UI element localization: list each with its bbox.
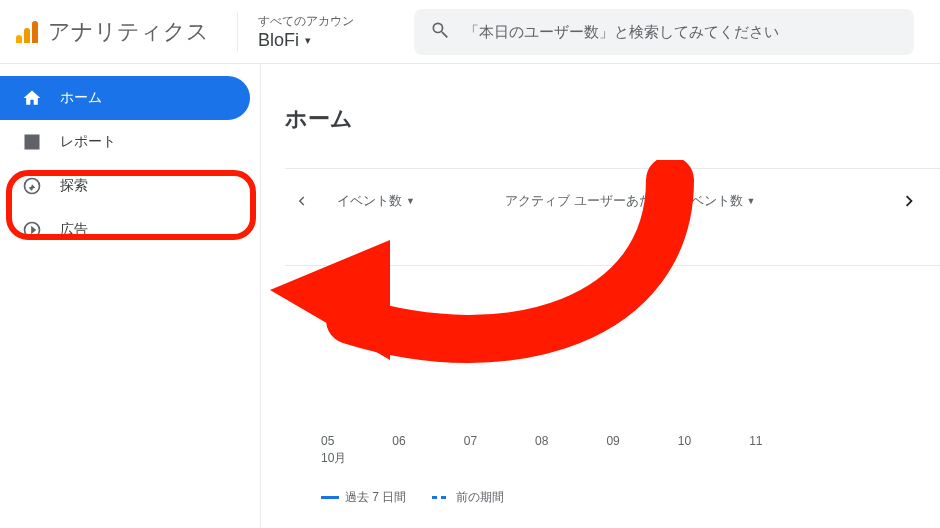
sidebar-item-label: 探索 (60, 177, 88, 195)
search-input[interactable] (464, 23, 898, 40)
carousel-next[interactable] (894, 190, 926, 212)
metric-events[interactable]: イベント数 ▼ (337, 192, 415, 210)
sidebar-item-ads[interactable]: 広告 (0, 208, 250, 252)
axis-tick: 07 (464, 434, 477, 448)
axis-tick: 05 (321, 434, 334, 448)
legend-previous: 前の期間 (432, 489, 504, 506)
axis-tick: 06 (392, 434, 405, 448)
dropdown-icon: ▼ (747, 196, 756, 206)
sidebar-item-explore[interactable]: 探索 (0, 164, 250, 208)
legend-current: 過去 7 日間 (321, 489, 406, 506)
dropdown-icon: ▼ (406, 196, 415, 206)
chart-legend: 過去 7 日間 前の期間 (285, 489, 940, 506)
overview-card: イベント数 ▼ アクティブ ユーザーあたりのイベント数 ▼ 05 06 07 0… (285, 168, 940, 506)
product-name: アナリティクス (48, 17, 209, 47)
carousel-prev[interactable] (285, 192, 317, 210)
search-icon (430, 20, 450, 44)
axis-tick: 09 (606, 434, 619, 448)
chevron-left-icon (292, 192, 310, 210)
bar-chart-icon (22, 132, 42, 152)
sidebar-item-label: 広告 (60, 221, 88, 239)
sidebar-item-reports[interactable]: レポート (0, 120, 250, 164)
sidebar-item-label: レポート (60, 133, 116, 151)
sidebar-item-home[interactable]: ホーム (0, 76, 250, 120)
app-header: アナリティクス すべてのアカウン BloFi ▾ (0, 0, 940, 64)
chevron-right-icon (899, 190, 921, 212)
property-name: BloFi (258, 30, 299, 51)
page-title: ホーム (261, 104, 940, 134)
chevron-down-icon: ▾ (305, 34, 311, 47)
legend-swatch-dashed (432, 496, 450, 499)
axis-tick: 10 (678, 434, 691, 448)
product-logo[interactable]: アナリティクス (16, 17, 209, 47)
analytics-logo-icon (16, 21, 38, 43)
property-selector[interactable]: すべてのアカウン BloFi ▾ (237, 12, 354, 52)
x-axis-ticks: 05 06 07 08 09 10 11 (285, 434, 940, 448)
sidebar: ホーム レポート 探索 広告 (0, 64, 260, 528)
main-content: ホーム イベント数 ▼ アクティブ ユーザーあたりのイベント数 ▼ (260, 64, 940, 528)
ads-icon (22, 220, 42, 240)
axis-tick: 08 (535, 434, 548, 448)
axis-month-label: 10月 (285, 450, 940, 467)
axis-tick: 11 (749, 434, 762, 448)
accounts-label: すべてのアカウン (258, 13, 354, 30)
search-bar[interactable] (414, 9, 914, 55)
metric-events-per-active-user[interactable]: アクティブ ユーザーあたりのイベント数 ▼ (505, 192, 756, 210)
explore-icon (22, 176, 42, 196)
sidebar-item-label: ホーム (60, 89, 102, 107)
legend-swatch-solid (321, 496, 339, 499)
home-icon (22, 88, 42, 108)
